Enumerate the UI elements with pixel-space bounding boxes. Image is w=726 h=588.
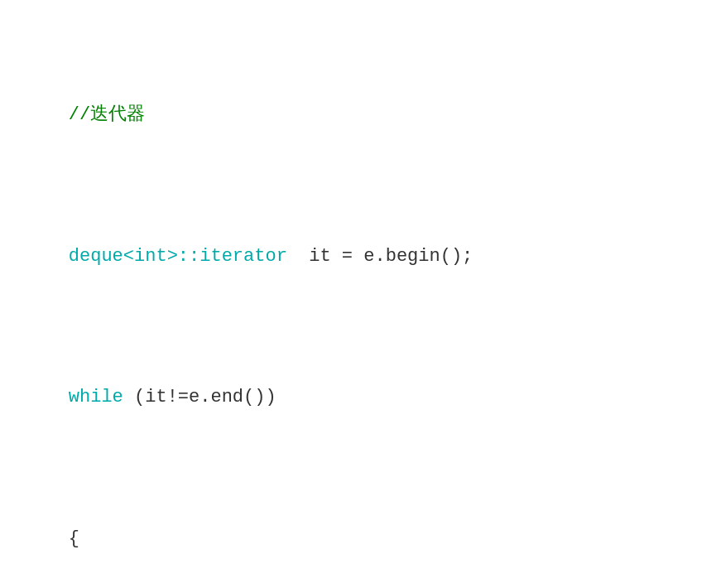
while1-rest: (it!=e.end()): [123, 387, 276, 407]
iterator-rest: it = e.begin();: [287, 246, 473, 267]
line-iterator-decl: deque<int>::iterator it = e.begin();: [25, 214, 701, 299]
comment-text: //迭代器: [69, 104, 145, 125]
type-iterator: deque<int>::iterator: [69, 246, 287, 267]
keyword-while1: while: [69, 387, 123, 407]
comment-line: //迭代器: [25, 73, 701, 157]
line-open-brace1: {: [25, 497, 701, 581]
open-brace1: {: [69, 528, 79, 549]
line-while1: while (it!=e.end()): [25, 355, 701, 440]
code-container: //迭代器 deque<int>::iterator it = e.begin(…: [25, 17, 701, 588]
